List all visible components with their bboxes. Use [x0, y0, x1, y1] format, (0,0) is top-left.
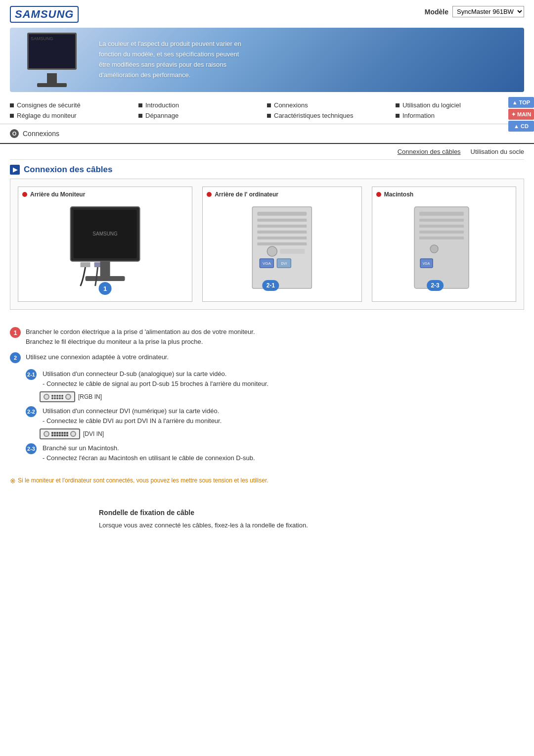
- dot-red-mac: [376, 192, 381, 197]
- svg-point-17: [267, 246, 277, 256]
- cd-button[interactable]: ▲ CD: [508, 121, 534, 132]
- nav-bullet: [10, 114, 14, 118]
- nav-item-consignes[interactable]: Consignes de sécurité: [10, 100, 138, 110]
- tab-connexion-cables[interactable]: Connexion des câbles: [398, 148, 461, 155]
- cable-fixation-title: Rondelle de fixation de câble: [99, 509, 524, 517]
- diagram-section-mac: Macintosh VGA 2-3: [372, 187, 516, 302]
- svg-rect-16: [257, 242, 307, 245]
- sub-badge-2-2: 2-2: [26, 406, 37, 417]
- instruction-2-intro: Utilisez une connexion adaptée à votre o…: [26, 352, 169, 362]
- breadcrumb: O Connexions: [0, 124, 534, 144]
- model-selector: Modèle SyncMaster 961BW: [425, 6, 524, 17]
- svg-rect-14: [257, 231, 307, 234]
- instruction-1-line2: Branchez le fil électrique du moniteur a…: [26, 337, 255, 347]
- connector-pins-rgb: [51, 395, 63, 399]
- svg-rect-15: [257, 236, 307, 239]
- svg-text:DVI: DVI: [281, 262, 287, 265]
- svg-rect-30: [419, 236, 464, 239]
- tab-links: Connexion des câbles Utilisation du socl…: [0, 144, 534, 159]
- instruction-2-3: 2-3 Branché sur un Macintosh. - Connecte…: [26, 443, 524, 463]
- mac-diagram-svg: VGA 2-3: [376, 202, 512, 296]
- model-label: Modèle: [425, 8, 448, 16]
- sub-item-2-2: 2-2 Utilisation d'un connecteur DVI (num…: [26, 406, 524, 425]
- svg-text:VGA: VGA: [423, 262, 430, 265]
- sub-item-2-3: 2-3 Branché sur un Macintosh. - Connecte…: [26, 443, 524, 463]
- nav-col-2: Introduction Dépannage: [138, 100, 267, 121]
- svg-point-31: [430, 245, 438, 253]
- nav-item-depannage[interactable]: Dépannage: [138, 110, 267, 121]
- nav-bullet: [396, 103, 400, 107]
- rgb-in-connector: [RGB IN]: [40, 391, 524, 402]
- diagram-label-computer: Arrière de l' ordinateur: [207, 191, 357, 198]
- breadcrumb-label: Connexions: [23, 130, 59, 138]
- diagram-section-monitor: Arrière du Moniteur SAMSUNG: [18, 187, 192, 302]
- diagram-section-computer: Arrière de l' ordinateur VGA DVI: [202, 187, 362, 302]
- svg-rect-7: [86, 276, 125, 281]
- sub-badge-2-1: 2-1: [26, 369, 37, 380]
- diagram-label-mac: Macintosh: [376, 191, 512, 198]
- hero-banner: SAMSUNG La couleur et l'aspect du produi…: [10, 28, 524, 92]
- nav-bullet: [396, 114, 400, 118]
- sub-item-2-3-text: Branché sur un Macintosh. - Connectez l'…: [43, 443, 255, 463]
- nav-menu: Consignes de sécurité Réglage du moniteu…: [0, 97, 534, 124]
- rgb-in-label: [RGB IN]: [78, 393, 102, 400]
- hero-monitor-image: SAMSUNG: [20, 33, 84, 87]
- nav-item-utilisation[interactable]: Utilisation du logiciel: [396, 100, 524, 110]
- dvi-in-label: [DVI IN]: [83, 430, 104, 437]
- hero-text: La couleur et l'aspect du produit peuven…: [99, 39, 241, 80]
- top-button[interactable]: ▲ TOP: [508, 97, 534, 108]
- tab-utilisation-socle[interactable]: Utilisation du socle: [471, 148, 524, 155]
- svg-text:SAMSUNG: SAMSUNG: [92, 231, 118, 236]
- connection-diagram: Arrière du Moniteur SAMSUNG: [10, 179, 524, 310]
- side-buttons: ▲ TOP ✦ MAIN ▲ CD: [508, 97, 534, 132]
- dot-red-monitor: [22, 192, 27, 197]
- svg-rect-13: [257, 225, 307, 228]
- instruction-2-3-detail: - Connectez l'écran au Macintosh en util…: [43, 453, 255, 463]
- svg-rect-4: [94, 262, 101, 267]
- sub-item-2-1-text: Utilisation d'un connecteur D-sub (analo…: [43, 369, 268, 388]
- instruction-2-1-title: Utilisation d'un connecteur D-sub (analo…: [43, 369, 268, 379]
- nav-bullet: [267, 103, 271, 107]
- instruction-2-3-title: Branché sur un Macintosh.: [43, 443, 255, 453]
- nav-item-introduction[interactable]: Introduction: [138, 100, 267, 110]
- dvi-connector-circle-right: [70, 431, 76, 437]
- connector-circle-right: [65, 394, 71, 400]
- nav-item-caracteristiques[interactable]: Caractéristiques techniques: [267, 110, 396, 121]
- nav-item-reglage[interactable]: Réglage du moniteur: [10, 110, 138, 121]
- breadcrumb-icon: O: [10, 129, 19, 138]
- instruction-2-1: 2-1 Utilisation d'un connecteur D-sub (a…: [26, 369, 524, 402]
- nav-col-3: Connexions Caractéristiques techniques: [267, 100, 396, 121]
- dot-red-computer: [207, 192, 212, 197]
- instruction-number-1: 1: [10, 327, 21, 338]
- monitor-screen: SAMSUNG: [27, 33, 77, 70]
- svg-text:2-1: 2-1: [267, 282, 275, 289]
- instructions: 1 Brancher le cordon électrique a la pri…: [0, 320, 534, 473]
- nav-item-information[interactable]: Information: [396, 110, 524, 121]
- instruction-2-2: 2-2 Utilisation d'un connecteur DVI (num…: [26, 406, 524, 439]
- svg-rect-11: [257, 212, 307, 216]
- instruction-2-1-detail: - Connectez le câble de signal au port D…: [43, 379, 268, 389]
- instruction-number-2: 2: [10, 352, 21, 363]
- nav-bullet: [267, 114, 271, 118]
- svg-text:VGA: VGA: [263, 261, 271, 266]
- nav-item-connexions[interactable]: Connexions: [267, 100, 396, 110]
- main-button[interactable]: ✦ MAIN: [508, 109, 534, 120]
- svg-rect-29: [419, 231, 464, 234]
- instruction-2-2-detail: - Connectez le câble DVI au port DVI IN …: [43, 416, 222, 426]
- svg-rect-28: [419, 225, 464, 228]
- svg-text:1: 1: [103, 285, 107, 292]
- svg-rect-12: [257, 219, 307, 222]
- nav-bullet: [138, 103, 142, 107]
- nav-col-1: Consignes de sécurité Réglage du moniteu…: [10, 100, 138, 121]
- monitor-diagram-svg: SAMSUNG 1: [22, 202, 188, 296]
- computer-diagram-svg: VGA DVI 2-1: [207, 202, 357, 296]
- svg-rect-6: [100, 261, 110, 276]
- note-line: ※ Si le moniteur et l'ordinateur sont co…: [0, 473, 534, 489]
- nav-bullet: [10, 103, 14, 107]
- model-dropdown[interactable]: SyncMaster 961BW: [452, 6, 524, 17]
- page-header: SAMSUNG Modèle SyncMaster 961BW: [0, 0, 534, 23]
- instruction-1-text: Brancher le cordon électrique a la prise…: [26, 327, 255, 346]
- cable-fixation-section: Rondelle de fixation de câble Lorsque vo…: [0, 499, 534, 540]
- section-title-icon: ▶: [10, 165, 20, 175]
- cable-fixation-text: Lorsque vous avez connecté les câbles, f…: [99, 520, 346, 530]
